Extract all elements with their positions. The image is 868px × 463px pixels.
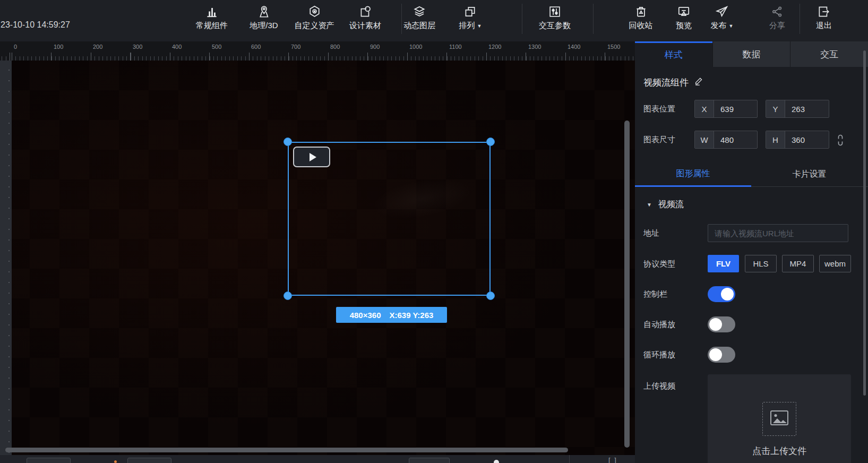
interaction-params-button[interactable]: 交互参数 (539, 5, 571, 31)
design-assets-button[interactable]: 设计素材 (349, 5, 381, 31)
recycle-bin-button[interactable]: 回收站 (629, 5, 653, 31)
preview-icon (677, 5, 691, 19)
h-field[interactable]: H 360 (766, 131, 829, 149)
geo3d-button[interactable]: 地理/3D (250, 5, 278, 31)
arrange-label: 排列 (459, 21, 475, 31)
share-button[interactable]: 分享 (769, 5, 785, 31)
play-icon (310, 153, 316, 161)
ruler-label: 100 (54, 44, 63, 50)
upload-text: 点击上传文件 (708, 445, 851, 457)
publish-icon (715, 5, 729, 19)
h-value[interactable]: 360 (785, 135, 829, 144)
link-size-icon[interactable] (836, 134, 845, 149)
controls-toggle[interactable] (708, 286, 735, 302)
components-button[interactable]: 常规组件 (196, 5, 228, 31)
upload-placeholder-box (762, 402, 796, 436)
chart-position-row: 图表位置 X 639 Y 263 (635, 100, 868, 118)
dynamic-layers-button[interactable]: 动态图层 (403, 5, 435, 31)
custom-assets-button[interactable]: 自定义资产 (295, 5, 334, 31)
bottom-bar-button[interactable] (127, 458, 171, 463)
x-prefix: X (695, 100, 714, 117)
ruler-label: 1400 (568, 44, 580, 50)
ruler-label: 0 (14, 44, 17, 50)
design-asset-icon (358, 5, 372, 19)
arrange-button[interactable]: 排列▼ (459, 5, 482, 31)
ruler-label: 1200 (488, 44, 501, 50)
controls-row: 控制栏 (635, 286, 868, 302)
y-value[interactable]: 263 (785, 105, 829, 114)
ruler-label: 400 (172, 44, 182, 50)
autoplay-toggle[interactable] (708, 316, 735, 332)
panel-scrollbar[interactable] (863, 50, 866, 396)
tab-data[interactable]: 数据 (712, 41, 790, 67)
selection-handle-bottom-left[interactable] (283, 291, 292, 300)
protocol-flv-button[interactable]: FLV (708, 255, 739, 272)
loop-row: 循环播放 (635, 347, 868, 363)
x-value[interactable]: 639 (714, 105, 757, 114)
subtab-card-settings[interactable]: 卡片设置 (751, 162, 867, 187)
bottom-bar-separator (569, 455, 570, 463)
upload-dropzone[interactable]: 点击上传文件 (708, 374, 851, 463)
arrange-icon (463, 5, 477, 19)
badge-size: 480×360 (350, 311, 381, 320)
publish-button[interactable]: 发布▼ (711, 5, 734, 31)
protocol-webm-button[interactable]: webm (819, 255, 851, 272)
custom-assets-label: 自定义资产 (295, 21, 334, 31)
ruler-label: 500 (212, 44, 221, 50)
subtab-graphic-props[interactable]: 图形属性 (635, 162, 751, 187)
bottom-bar-button[interactable] (27, 458, 71, 463)
tab-style[interactable]: 样式 (635, 41, 712, 67)
fullscreen-icon[interactable]: [ ] (608, 456, 617, 463)
toolbar-separator (522, 4, 522, 34)
w-field[interactable]: W 480 (694, 131, 758, 149)
protocol-hls-button[interactable]: HLS (745, 255, 777, 272)
bottom-bar-button[interactable] (409, 458, 450, 463)
selection-handle-bottom-right[interactable] (486, 291, 495, 300)
x-field[interactable]: X 639 (694, 100, 758, 118)
toolbar-separator (401, 4, 402, 34)
badge-position: X:639 Y:263 (389, 311, 433, 320)
chart-size-label: 图表尺寸 (643, 135, 675, 145)
zoom-knob-icon[interactable] (494, 460, 499, 463)
properties-panel: 样式 数据 交互 视频流组件 图表位置 X 639 Y 263 图表尺寸 W 4… (635, 41, 868, 463)
y-field[interactable]: Y 263 (766, 100, 829, 118)
loop-toggle[interactable] (708, 347, 735, 363)
y-prefix: Y (766, 100, 785, 117)
design-canvas[interactable]: 480×360 X:639 Y:263 (0, 61, 635, 455)
canvas-vertical-scrollbar[interactable] (624, 121, 630, 448)
w-value[interactable]: 480 (714, 135, 757, 144)
h-prefix: H (766, 131, 785, 148)
dynamic-layers-label: 动态图层 (403, 21, 435, 31)
selection-handle-top-right[interactable] (486, 138, 495, 146)
toggle-knob (721, 288, 734, 301)
play-button[interactable] (293, 147, 330, 167)
preview-label: 预览 (676, 21, 692, 31)
address-row: 地址 (635, 224, 868, 242)
w-prefix: W (695, 131, 714, 148)
tab-interaction[interactable]: 交互 (790, 41, 868, 67)
toolbar-separator (593, 4, 594, 34)
ruler-label: 1300 (528, 44, 541, 50)
exit-label: 退出 (816, 21, 832, 31)
preview-button[interactable]: 预览 (676, 5, 692, 31)
controls-label: 控制栏 (643, 289, 667, 299)
top-toolbar: 23-10-10 14:59:27 常规组件 地理/3D 自定义资产 设计素材 … (0, 0, 868, 41)
address-input[interactable] (708, 224, 848, 242)
autoplay-label: 自动播放 (643, 320, 675, 330)
exit-button[interactable]: 退出 (816, 5, 832, 31)
protocol-mp4-button[interactable]: MP4 (782, 255, 814, 272)
trash-icon (634, 5, 648, 19)
map-pin-icon (257, 5, 271, 19)
video-stream-section-header[interactable]: ▼ 视频流 (647, 199, 684, 210)
chart-position-label: 图表位置 (643, 104, 675, 114)
canvas-horizontal-scrollbar[interactable] (5, 448, 568, 452)
selection-handle-top-left[interactable] (283, 138, 292, 146)
share-label: 分享 (769, 21, 785, 31)
horizontal-ruler: 0 100 200 300 400 500 600 700 800 900 10… (0, 41, 635, 61)
ruler-label: 300 (133, 44, 142, 50)
bottom-toolbar: [ ] (0, 455, 635, 463)
color-dot-icon (114, 460, 117, 463)
sub-tab-bar: 图形属性 卡片设置 (635, 162, 868, 187)
recycle-bin-label: 回收站 (629, 21, 653, 31)
edit-icon[interactable] (694, 76, 703, 88)
